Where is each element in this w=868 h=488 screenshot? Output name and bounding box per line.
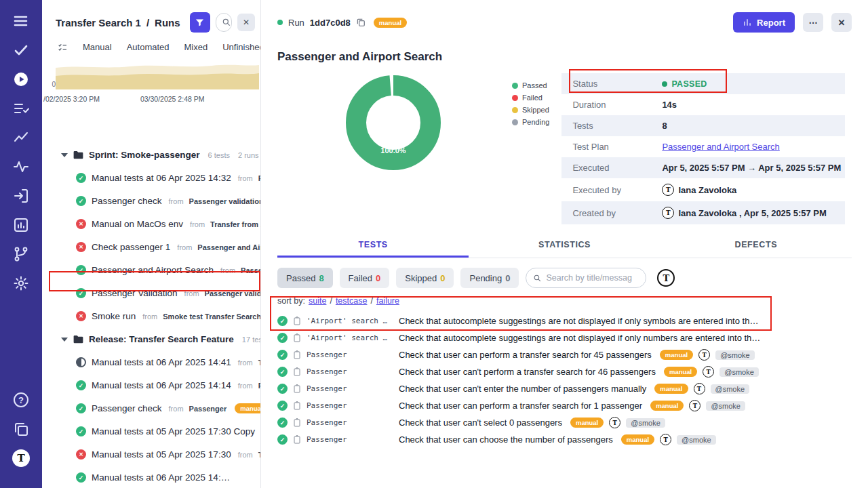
passed-status-icon — [277, 350, 288, 360]
runs-panel: Transfer Search 1 / Runs ✕ Manual Automa… — [42, 0, 261, 488]
run-tree-item-selected[interactable]: Passenger and Airport Search from Passen… — [42, 259, 260, 282]
tab-tests[interactable]: TESTS — [277, 234, 469, 258]
test-row[interactable]: Passenger Check that user can perform a … — [277, 397, 852, 414]
test-row[interactable]: 'Airport' search … Check that autocomple… — [277, 312, 852, 329]
folder-meta: 6 tests — [208, 151, 230, 159]
sort-row: sort by: suite / testcase / failure — [277, 296, 852, 306]
run-tree-item[interactable]: Manual tests at 05 Apr 2025 17:30 from T… — [42, 443, 260, 466]
settings-gear-icon[interactable] — [12, 274, 30, 292]
tests-search-input[interactable] — [546, 273, 639, 283]
x-label-end: 03/30/2025 2:48 PM — [140, 95, 205, 103]
info-row-duration: Duration 14s — [561, 94, 845, 115]
run-info-table: Status PASSED Duration 14s Tests 8 Test … — [561, 73, 845, 224]
run-tree-item[interactable]: Smoke run from Smoke test Transfer Searc… — [42, 305, 260, 328]
filter-failed-chip[interactable]: Failed0 — [340, 268, 390, 288]
passed-status-icon — [76, 265, 86, 275]
help-icon[interactable] — [12, 391, 30, 409]
project-title[interactable]: Transfer Search 1 — [56, 17, 141, 28]
runs-tree: Sprint: Smoke-passenger 6 tests 2 runs M… — [42, 144, 260, 488]
activity-nav-icon[interactable] — [12, 158, 30, 176]
tab-manual[interactable]: Manual — [83, 42, 112, 52]
test-row[interactable]: Passenger Check that user can perform a … — [277, 346, 852, 363]
filter-pending-chip[interactable]: Pending0 — [460, 268, 519, 288]
run-source: Passenger — [189, 405, 227, 413]
test-row[interactable]: Passenger Check that user can't enter th… — [277, 380, 852, 397]
passed-status-icon — [277, 401, 288, 411]
sort-by-testcase-link[interactable]: testcase — [336, 296, 368, 306]
filter-passed-chip[interactable]: Passed8 — [277, 268, 333, 288]
passed-dot-icon — [662, 81, 667, 87]
created-by-value: Iana Zavoloka , Apr 5, 2025 5:57 PM — [678, 208, 826, 218]
close-search-button[interactable]: ✕ — [237, 14, 255, 31]
from-label: from — [238, 382, 253, 390]
run-source: Pass… — [258, 174, 260, 182]
suite-name: Passenger — [307, 384, 393, 393]
tests-count-value: 8 — [662, 121, 667, 131]
filter-button[interactable] — [190, 12, 210, 33]
run-tree-item[interactable]: Manual tests at 06 Apr 2025 14:… — [42, 466, 260, 488]
passed-status-icon — [277, 333, 288, 343]
checks-nav-icon[interactable] — [12, 41, 30, 59]
run-tree-item[interactable]: Manual tests at 06 Apr 2025 14:14 from P… — [42, 374, 260, 397]
testomatio-icon — [689, 400, 701, 411]
run-tree-item[interactable]: Check passenger 1 from Passenger and Air… — [42, 236, 260, 259]
run-tree-item[interactable]: Manual tests at 06 Apr 2025 14:41 from T… — [42, 351, 260, 374]
report-button[interactable]: Report — [733, 12, 795, 33]
tree-folder-sprint[interactable]: Sprint: Smoke-passenger 6 tests 2 runs — [42, 144, 260, 167]
run-source: Passenger and Airport Searc… — [197, 243, 260, 251]
testomatio-button[interactable] — [657, 269, 675, 287]
run-tree-item[interactable]: Manual tests at 06 Apr 2025 14:32 from P… — [42, 167, 260, 190]
analytics-nav-icon[interactable] — [12, 216, 30, 234]
chip-label: Pending — [469, 273, 502, 283]
sort-by-failure-link[interactable]: failure — [376, 296, 399, 306]
tree-folder-release[interactable]: Release: Transfer Search Feature 17 test… — [42, 328, 260, 351]
run-tree-item[interactable]: Passenger Validation from Passenger vali… — [42, 282, 260, 305]
app-logo[interactable] — [12, 449, 30, 467]
x-label-start: /02/2025 3:20 PM — [43, 95, 100, 103]
from-label: from — [177, 243, 192, 251]
runs-search-input[interactable] — [216, 13, 232, 32]
filter-skipped-chip[interactable]: Skipped0 — [396, 268, 454, 288]
testomatio-icon — [694, 383, 705, 394]
trends-nav-icon[interactable] — [12, 129, 30, 146]
tab-defects[interactable]: DEFECTS — [660, 234, 852, 258]
chevron-down-icon[interactable] — [61, 338, 68, 342]
suite-name: Passenger — [307, 435, 393, 444]
results-nav-icon[interactable] — [12, 100, 30, 117]
runs-play-nav-icon[interactable] — [12, 70, 30, 88]
chevron-down-icon[interactable] — [61, 153, 68, 157]
run-tree-item[interactable]: Manual on MacOs env from Transfer from A… — [42, 213, 260, 236]
run-source: Passenger and… — [241, 266, 260, 274]
menu-icon[interactable] — [12, 12, 30, 30]
smoke-tag: @smoke — [706, 401, 745, 411]
duration-value: 14s — [662, 100, 677, 110]
more-options-button[interactable]: ⋯ — [803, 13, 823, 32]
docs-copy-icon[interactable] — [12, 420, 30, 438]
test-row[interactable]: Passenger Check that user can choose the… — [277, 431, 852, 448]
tab-unfinished[interactable]: Unfinished — [222, 42, 260, 52]
copy-run-id-icon[interactable] — [356, 18, 366, 27]
suite-name: 'Airport' search … — [307, 333, 393, 342]
close-run-button[interactable]: ✕ — [831, 13, 852, 32]
run-source: Tran… — [258, 451, 260, 459]
info-label: Created by — [572, 208, 662, 218]
run-tree-item[interactable]: Manual tests at 05 Apr 2025 17:30 Copy f… — [42, 420, 260, 443]
test-plan-link[interactable]: Passenger and Airport Search — [662, 142, 779, 152]
run-tree-item[interactable]: Passenger check from Passenger validatio… — [42, 190, 260, 213]
tab-statistics[interactable]: STATISTICS — [469, 234, 660, 258]
tab-automated[interactable]: Automated — [127, 42, 170, 52]
test-row[interactable]: Passenger Check that user can't select 0… — [277, 414, 852, 431]
info-row-executed-by: Executed by Iana Zavoloka — [561, 178, 845, 201]
info-row-executed: Executed Apr 5, 2025 5:57 PM → Apr 5, 20… — [561, 157, 845, 178]
sort-by-suite-link[interactable]: suite — [309, 296, 326, 306]
info-label: Status — [572, 79, 662, 89]
test-row[interactable]: 'Airport' search … Check that autocomple… — [277, 329, 852, 346]
folder-icon — [73, 150, 83, 159]
info-label: Executed — [572, 163, 662, 173]
import-nav-icon[interactable] — [12, 187, 30, 205]
branch-nav-icon[interactable] — [12, 245, 30, 263]
run-tree-item[interactable]: Passenger check from Passenger manual 6… — [42, 397, 260, 420]
test-row[interactable]: Passenger Check that user can't perform … — [277, 363, 852, 380]
tab-mixed[interactable]: Mixed — [184, 42, 208, 52]
area-chart-svg — [56, 58, 259, 89]
